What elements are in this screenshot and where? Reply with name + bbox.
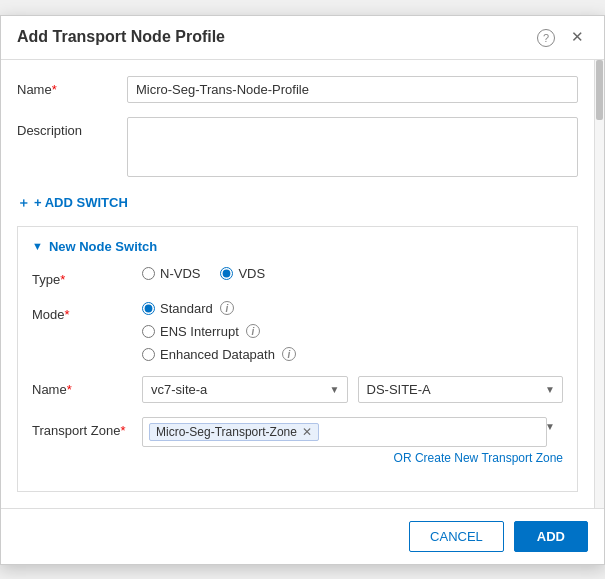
close-icon: ✕ — [571, 28, 584, 45]
description-label: Description — [17, 117, 127, 138]
dialog-header: Add Transport Node Profile ? ✕ — [1, 16, 604, 60]
dialog-footer: CANCEL ADD — [1, 508, 604, 564]
transport-zone-tag-input[interactable]: Micro-Seg-Transport-Zone ✕ — [142, 417, 547, 447]
mode-group: Mode* Standard i ENS Interrupt — [32, 301, 563, 362]
add-switch-icon: ＋ — [17, 194, 30, 212]
switch-name-select2-wrap: DS-SITE-A ▼ — [358, 376, 564, 403]
transport-zone-select-wrap: Micro-Seg-Transport-Zone ✕ — [142, 417, 547, 447]
mode-standard-radio[interactable] — [142, 302, 155, 315]
switch-name-control: vc7-site-a ▼ DS-SITE-A ▼ — [142, 376, 563, 403]
type-nvds-option[interactable]: N-VDS — [142, 266, 200, 281]
mode-radio-group: Standard i ENS Interrupt i Enhanced Data… — [142, 301, 563, 362]
name-input[interactable] — [127, 76, 578, 103]
transport-zone-control: Micro-Seg-Transport-Zone ✕ ▼ OR Create N… — [142, 417, 563, 465]
description-input[interactable] — [127, 117, 578, 177]
add-switch-button[interactable]: ＋ + ADD SWITCH — [17, 194, 128, 212]
dialog-title: Add Transport Node Profile — [17, 28, 225, 46]
standard-info-icon: i — [220, 301, 234, 315]
type-nvds-radio[interactable] — [142, 267, 155, 280]
type-control: N-VDS VDS — [142, 266, 563, 281]
mode-standard-option[interactable]: Standard i — [142, 301, 563, 316]
scrollbar-thumb — [596, 60, 603, 120]
type-group: Type* N-VDS VDS — [32, 266, 563, 287]
type-vds-option[interactable]: VDS — [220, 266, 265, 281]
switch-name-select[interactable]: vc7-site-a — [142, 376, 348, 403]
switch-name-label: Name* — [32, 376, 142, 397]
description-group: Description — [17, 117, 578, 180]
switch-name-select-wrap: vc7-site-a ▼ — [142, 376, 348, 403]
name-control — [127, 76, 578, 103]
dialog-body: Name* Description ＋ + ADD SWITCH — [1, 60, 594, 508]
mode-ens-radio[interactable] — [142, 325, 155, 338]
transport-zone-tag-remove[interactable]: ✕ — [302, 426, 312, 438]
type-radio-group: N-VDS VDS — [142, 266, 563, 281]
mode-enhanced-label: Enhanced Datapath — [160, 347, 275, 362]
collapse-icon: ▼ — [32, 240, 43, 252]
help-icon: ? — [537, 29, 555, 47]
switch-name-select2[interactable]: DS-SITE-A — [358, 376, 564, 403]
type-nvds-label: N-VDS — [160, 266, 200, 281]
transport-zone-tag-label: Micro-Seg-Transport-Zone — [156, 425, 297, 439]
mode-ens-label: ENS Interrupt — [160, 324, 239, 339]
mode-enhanced-option[interactable]: Enhanced Datapath i — [142, 347, 563, 362]
transport-zone-tag: Micro-Seg-Transport-Zone ✕ — [149, 423, 319, 441]
switch-section-header[interactable]: ▼ New Node Switch — [32, 239, 563, 254]
add-transport-node-profile-dialog: Add Transport Node Profile ? ✕ Name* — [0, 15, 605, 565]
ens-info-icon: i — [246, 324, 260, 338]
mode-enhanced-radio[interactable] — [142, 348, 155, 361]
type-vds-radio[interactable] — [220, 267, 233, 280]
transport-zone-label: Transport Zone* — [32, 417, 142, 438]
or-create-transport-zone-link[interactable]: OR Create New Transport Zone — [142, 451, 563, 465]
transport-zone-row: Micro-Seg-Transport-Zone ✕ ▼ — [142, 417, 563, 447]
mode-standard-label: Standard — [160, 301, 213, 316]
transport-zone-group: Transport Zone* Micro-Seg-Transport-Zone… — [32, 417, 563, 465]
new-node-switch-section: ▼ New Node Switch Type* N-VDS — [17, 226, 578, 492]
mode-ens-option[interactable]: ENS Interrupt i — [142, 324, 563, 339]
cancel-button[interactable]: CANCEL — [409, 521, 504, 552]
name-label: Name* — [17, 76, 127, 97]
enhanced-info-icon: i — [282, 347, 296, 361]
dialog-body-outer: Name* Description ＋ + ADD SWITCH — [1, 60, 604, 508]
switch-section-title: New Node Switch — [49, 239, 157, 254]
switch-name-selects: vc7-site-a ▼ DS-SITE-A ▼ — [142, 376, 563, 403]
type-label: Type* — [32, 266, 142, 287]
scrollbar[interactable] — [594, 60, 604, 508]
close-button[interactable]: ✕ — [567, 26, 588, 48]
help-button[interactable]: ? — [533, 26, 559, 49]
add-button[interactable]: ADD — [514, 521, 588, 552]
name-group: Name* — [17, 76, 578, 103]
switch-name-group: Name* vc7-site-a ▼ — [32, 376, 563, 403]
add-switch-label: + ADD SWITCH — [34, 195, 128, 210]
mode-control: Standard i ENS Interrupt i Enhanced Data… — [142, 301, 563, 362]
description-control — [127, 117, 578, 180]
type-vds-label: VDS — [238, 266, 265, 281]
mode-label: Mode* — [32, 301, 142, 322]
header-icons: ? ✕ — [533, 26, 588, 49]
